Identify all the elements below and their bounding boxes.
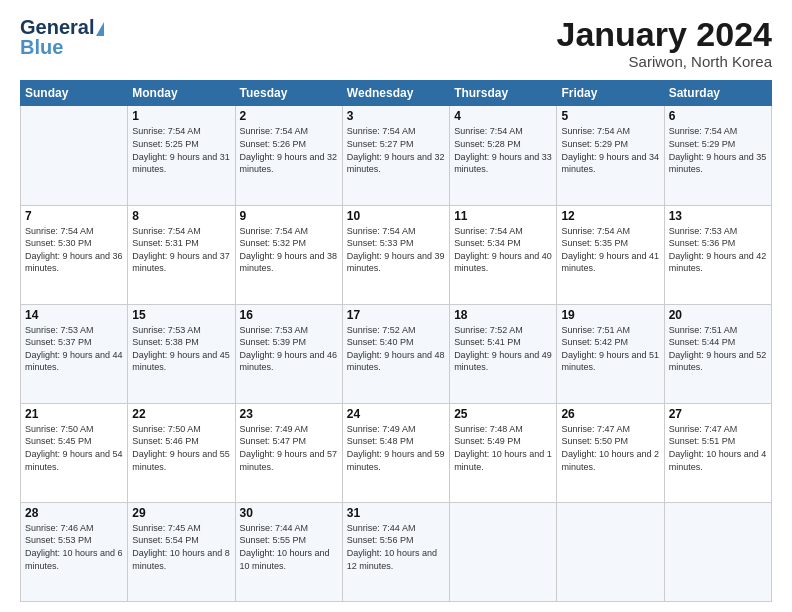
cell-info: Sunrise: 7:51 AMSunset: 5:44 PMDaylight:… bbox=[669, 324, 767, 374]
day-number: 17 bbox=[347, 308, 445, 322]
header-sunday: Sunday bbox=[21, 81, 128, 106]
calendar-cell: 21Sunrise: 7:50 AMSunset: 5:45 PMDayligh… bbox=[21, 403, 128, 502]
calendar-cell bbox=[664, 502, 771, 601]
calendar-cell: 24Sunrise: 7:49 AMSunset: 5:48 PMDayligh… bbox=[342, 403, 449, 502]
calendar-cell bbox=[21, 106, 128, 205]
calendar-cell: 18Sunrise: 7:52 AMSunset: 5:41 PMDayligh… bbox=[450, 304, 557, 403]
cell-info: Sunrise: 7:45 AMSunset: 5:54 PMDaylight:… bbox=[132, 522, 230, 572]
cell-info: Sunrise: 7:53 AMSunset: 5:37 PMDaylight:… bbox=[25, 324, 123, 374]
calendar-week-row: 14Sunrise: 7:53 AMSunset: 5:37 PMDayligh… bbox=[21, 304, 772, 403]
calendar-cell: 28Sunrise: 7:46 AMSunset: 5:53 PMDayligh… bbox=[21, 502, 128, 601]
cell-info: Sunrise: 7:54 AMSunset: 5:27 PMDaylight:… bbox=[347, 125, 445, 175]
day-number: 5 bbox=[561, 109, 659, 123]
calendar-cell: 13Sunrise: 7:53 AMSunset: 5:36 PMDayligh… bbox=[664, 205, 771, 304]
cell-info: Sunrise: 7:49 AMSunset: 5:47 PMDaylight:… bbox=[240, 423, 338, 473]
cell-info: Sunrise: 7:54 AMSunset: 5:29 PMDaylight:… bbox=[561, 125, 659, 175]
header: General Blue January 2024 Sariwon, North… bbox=[20, 16, 772, 70]
logo-blue: Blue bbox=[20, 37, 63, 57]
calendar-week-row: 7Sunrise: 7:54 AMSunset: 5:30 PMDaylight… bbox=[21, 205, 772, 304]
day-number: 22 bbox=[132, 407, 230, 421]
cell-info: Sunrise: 7:54 AMSunset: 5:29 PMDaylight:… bbox=[669, 125, 767, 175]
calendar-cell: 22Sunrise: 7:50 AMSunset: 5:46 PMDayligh… bbox=[128, 403, 235, 502]
calendar-body: 1Sunrise: 7:54 AMSunset: 5:25 PMDaylight… bbox=[21, 106, 772, 602]
cell-info: Sunrise: 7:54 AMSunset: 5:32 PMDaylight:… bbox=[240, 225, 338, 275]
day-number: 19 bbox=[561, 308, 659, 322]
cell-info: Sunrise: 7:51 AMSunset: 5:42 PMDaylight:… bbox=[561, 324, 659, 374]
cell-info: Sunrise: 7:54 AMSunset: 5:35 PMDaylight:… bbox=[561, 225, 659, 275]
cell-info: Sunrise: 7:54 AMSunset: 5:34 PMDaylight:… bbox=[454, 225, 552, 275]
calendar-cell bbox=[450, 502, 557, 601]
day-number: 28 bbox=[25, 506, 123, 520]
cell-info: Sunrise: 7:52 AMSunset: 5:40 PMDaylight:… bbox=[347, 324, 445, 374]
day-number: 14 bbox=[25, 308, 123, 322]
header-tuesday: Tuesday bbox=[235, 81, 342, 106]
day-number: 8 bbox=[132, 209, 230, 223]
cell-info: Sunrise: 7:47 AMSunset: 5:50 PMDaylight:… bbox=[561, 423, 659, 473]
header-thursday: Thursday bbox=[450, 81, 557, 106]
cell-info: Sunrise: 7:53 AMSunset: 5:38 PMDaylight:… bbox=[132, 324, 230, 374]
header-saturday: Saturday bbox=[664, 81, 771, 106]
header-friday: Friday bbox=[557, 81, 664, 106]
header-wednesday: Wednesday bbox=[342, 81, 449, 106]
cell-info: Sunrise: 7:53 AMSunset: 5:39 PMDaylight:… bbox=[240, 324, 338, 374]
calendar-week-row: 21Sunrise: 7:50 AMSunset: 5:45 PMDayligh… bbox=[21, 403, 772, 502]
cell-info: Sunrise: 7:48 AMSunset: 5:49 PMDaylight:… bbox=[454, 423, 552, 473]
calendar-cell: 5Sunrise: 7:54 AMSunset: 5:29 PMDaylight… bbox=[557, 106, 664, 205]
cell-info: Sunrise: 7:54 AMSunset: 5:33 PMDaylight:… bbox=[347, 225, 445, 275]
page: General Blue January 2024 Sariwon, North… bbox=[0, 0, 792, 612]
calendar-cell: 11Sunrise: 7:54 AMSunset: 5:34 PMDayligh… bbox=[450, 205, 557, 304]
weekday-header-row: Sunday Monday Tuesday Wednesday Thursday… bbox=[21, 81, 772, 106]
calendar-cell: 1Sunrise: 7:54 AMSunset: 5:25 PMDaylight… bbox=[128, 106, 235, 205]
day-number: 16 bbox=[240, 308, 338, 322]
day-number: 24 bbox=[347, 407, 445, 421]
cell-info: Sunrise: 7:54 AMSunset: 5:28 PMDaylight:… bbox=[454, 125, 552, 175]
calendar-cell: 16Sunrise: 7:53 AMSunset: 5:39 PMDayligh… bbox=[235, 304, 342, 403]
cell-info: Sunrise: 7:49 AMSunset: 5:48 PMDaylight:… bbox=[347, 423, 445, 473]
day-number: 26 bbox=[561, 407, 659, 421]
day-number: 2 bbox=[240, 109, 338, 123]
cell-info: Sunrise: 7:54 AMSunset: 5:26 PMDaylight:… bbox=[240, 125, 338, 175]
day-number: 13 bbox=[669, 209, 767, 223]
cell-info: Sunrise: 7:54 AMSunset: 5:31 PMDaylight:… bbox=[132, 225, 230, 275]
cell-info: Sunrise: 7:44 AMSunset: 5:56 PMDaylight:… bbox=[347, 522, 445, 572]
cell-info: Sunrise: 7:47 AMSunset: 5:51 PMDaylight:… bbox=[669, 423, 767, 473]
calendar-header: Sunday Monday Tuesday Wednesday Thursday… bbox=[21, 81, 772, 106]
cell-info: Sunrise: 7:46 AMSunset: 5:53 PMDaylight:… bbox=[25, 522, 123, 572]
month-title: January 2024 bbox=[557, 16, 773, 53]
day-number: 1 bbox=[132, 109, 230, 123]
day-number: 30 bbox=[240, 506, 338, 520]
day-number: 23 bbox=[240, 407, 338, 421]
day-number: 15 bbox=[132, 308, 230, 322]
calendar-cell bbox=[557, 502, 664, 601]
header-monday: Monday bbox=[128, 81, 235, 106]
day-number: 31 bbox=[347, 506, 445, 520]
day-number: 6 bbox=[669, 109, 767, 123]
day-number: 12 bbox=[561, 209, 659, 223]
day-number: 11 bbox=[454, 209, 552, 223]
cell-info: Sunrise: 7:54 AMSunset: 5:25 PMDaylight:… bbox=[132, 125, 230, 175]
day-number: 20 bbox=[669, 308, 767, 322]
calendar-cell: 2Sunrise: 7:54 AMSunset: 5:26 PMDaylight… bbox=[235, 106, 342, 205]
calendar-cell: 20Sunrise: 7:51 AMSunset: 5:44 PMDayligh… bbox=[664, 304, 771, 403]
title-section: January 2024 Sariwon, North Korea bbox=[557, 16, 773, 70]
day-number: 10 bbox=[347, 209, 445, 223]
calendar-cell: 30Sunrise: 7:44 AMSunset: 5:55 PMDayligh… bbox=[235, 502, 342, 601]
day-number: 9 bbox=[240, 209, 338, 223]
calendar-cell: 12Sunrise: 7:54 AMSunset: 5:35 PMDayligh… bbox=[557, 205, 664, 304]
location: Sariwon, North Korea bbox=[557, 53, 773, 70]
day-number: 27 bbox=[669, 407, 767, 421]
calendar-cell: 17Sunrise: 7:52 AMSunset: 5:40 PMDayligh… bbox=[342, 304, 449, 403]
cell-info: Sunrise: 7:44 AMSunset: 5:55 PMDaylight:… bbox=[240, 522, 338, 572]
logo: General Blue bbox=[20, 16, 104, 57]
day-number: 29 bbox=[132, 506, 230, 520]
calendar-cell: 7Sunrise: 7:54 AMSunset: 5:30 PMDaylight… bbox=[21, 205, 128, 304]
calendar-cell: 9Sunrise: 7:54 AMSunset: 5:32 PMDaylight… bbox=[235, 205, 342, 304]
calendar-week-row: 1Sunrise: 7:54 AMSunset: 5:25 PMDaylight… bbox=[21, 106, 772, 205]
calendar-cell: 27Sunrise: 7:47 AMSunset: 5:51 PMDayligh… bbox=[664, 403, 771, 502]
cell-info: Sunrise: 7:52 AMSunset: 5:41 PMDaylight:… bbox=[454, 324, 552, 374]
day-number: 18 bbox=[454, 308, 552, 322]
calendar-cell: 15Sunrise: 7:53 AMSunset: 5:38 PMDayligh… bbox=[128, 304, 235, 403]
day-number: 3 bbox=[347, 109, 445, 123]
day-number: 7 bbox=[25, 209, 123, 223]
calendar-cell: 31Sunrise: 7:44 AMSunset: 5:56 PMDayligh… bbox=[342, 502, 449, 601]
